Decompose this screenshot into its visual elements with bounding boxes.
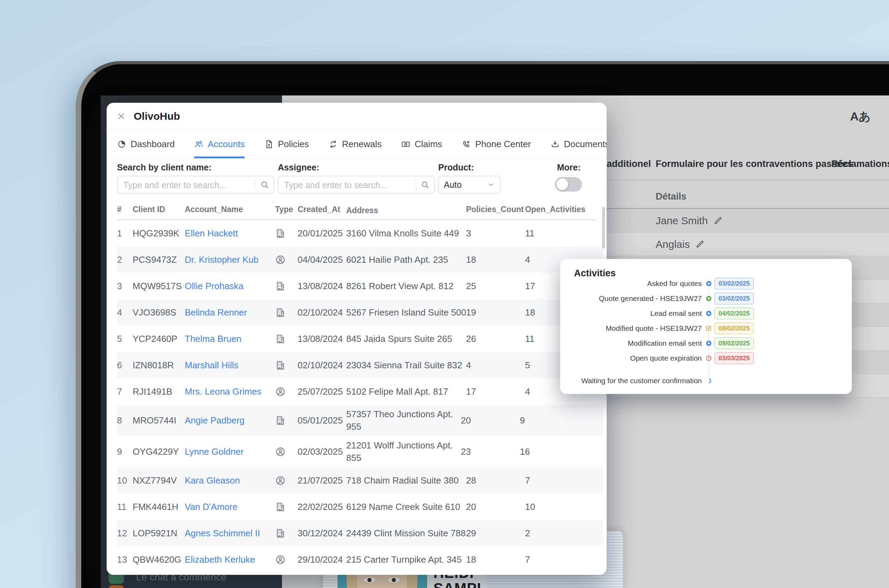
address: 3160 Vilma Knolls Suite 449: [346, 227, 466, 240]
policies-count: 18: [466, 254, 525, 265]
tab-accounts[interactable]: Accounts: [194, 130, 245, 158]
account-name-link[interactable]: Kara Gleason: [185, 475, 240, 486]
tab-renewals[interactable]: Renewals: [329, 130, 381, 158]
table-row: 4VJO3698SBelinda Renner02/10/20245267 Fr…: [117, 299, 603, 326]
activity-label: Waiting for the customer confirmation: [581, 376, 702, 385]
column-header: Client ID: [133, 205, 185, 216]
table-row: 10NXZ7794VKara Gleason21/07/2025718 Chai…: [117, 467, 603, 494]
address: 215 Carter Turnpike Apt. 345: [346, 553, 466, 566]
product-select[interactable]: Auto: [438, 176, 501, 194]
bg-tab-formulaire[interactable]: Formulaire pour les contraventions passé…: [656, 159, 853, 170]
created-date: 25/07/2025: [297, 386, 346, 397]
activity-date-badge: 09/02/2025: [714, 338, 754, 350]
chevron-down-icon: [487, 180, 495, 189]
created-date: 02/10/2024: [297, 360, 346, 371]
documents-icon: [550, 140, 560, 149]
chat-avatar-orange[interactable]: [109, 585, 124, 588]
product-label: Product:: [438, 162, 474, 172]
account-name-link[interactable]: Ellen Hackett: [185, 228, 238, 238]
building-icon: [275, 228, 286, 239]
close-icon[interactable]: [116, 111, 126, 121]
arc-icon: [705, 377, 712, 384]
created-date: 30/12/2024: [297, 528, 346, 539]
table-row: 13QBW4620GElizabeth Kerluke29/10/2024215…: [117, 546, 603, 573]
table-row: 9OYG4229YLynne Goldner02/03/202521201 Wo…: [117, 436, 603, 467]
address: 57357 Theo Junctions Apt. 955: [346, 408, 461, 433]
created-date: 29/10/2024: [297, 554, 346, 565]
more-toggle[interactable]: [555, 177, 582, 192]
account-name-link[interactable]: Marshall Hills: [185, 360, 239, 370]
account-name-link[interactable]: Ollie Prohaska: [185, 281, 243, 291]
building-icon: [275, 307, 286, 318]
activity-date-badge: 04/02/2025: [714, 308, 754, 320]
created-date: 22/02/2025: [297, 502, 346, 512]
more-label: More:: [557, 162, 581, 172]
tab-label: Phone Center: [475, 139, 531, 150]
building-icon: [275, 334, 286, 344]
account-name-link[interactable]: Agnes Schimmel II: [185, 528, 260, 538]
bg-tab-additionel[interactable]: additionel: [607, 159, 651, 170]
pencil-icon[interactable]: [713, 216, 723, 225]
address: 6129 Name Creek Suite 610: [346, 501, 466, 513]
table-row: 11FMK4461HVan D'Amore22/02/20256129 Name…: [117, 494, 603, 520]
column-header: Open_Activities: [525, 205, 586, 216]
tab-claims[interactable]: Claims: [401, 130, 442, 158]
activity-item: Quote generated - HSE19JW2703/02/2025: [560, 292, 852, 305]
account-name-link[interactable]: Belinda Renner: [185, 307, 247, 318]
created-date: 13/08/2024: [297, 281, 346, 292]
row-index: 3: [117, 281, 133, 292]
tab-dashboard[interactable]: Dashboard: [117, 130, 175, 158]
policies-count: 4: [466, 360, 525, 371]
tab-phone-center[interactable]: Phone Center: [461, 130, 531, 158]
tab-documents[interactable]: Documents: [550, 130, 607, 158]
assignee-search-input[interactable]: [283, 176, 416, 194]
building-icon: [275, 360, 286, 371]
activities-panel: Activities Asked for quotes03/02/2025Quo…: [560, 259, 852, 394]
ring-icon: [705, 295, 712, 302]
clock-icon: [705, 355, 712, 362]
account-name-link[interactable]: Thelma Bruen: [185, 334, 241, 344]
row-index: 8: [117, 415, 133, 426]
account-name-link[interactable]: Dr. Kristopher Kub: [185, 254, 258, 265]
activity-label: Lead email sent: [650, 309, 702, 318]
row-index: 5: [117, 334, 133, 344]
policies-count: 29: [466, 528, 525, 539]
table-row: 7RJI1491BMrs. Leona Grimes25/07/20255102…: [117, 378, 603, 405]
activity-item: Asked for quotes03/02/2025: [560, 278, 852, 290]
tab-policies[interactable]: Policies: [264, 130, 309, 158]
client-id: HQG2939K: [133, 228, 185, 239]
account-name-link[interactable]: Elizabeth Kerluke: [185, 554, 255, 565]
pencil-icon[interactable]: [695, 240, 704, 249]
chat-entry[interactable]: Test Tech 12 décembre 2024: [136, 586, 299, 588]
client-search-input[interactable]: [123, 176, 255, 194]
activity-date-badge: 03/03/2025: [714, 352, 754, 364]
activity-item: Lead email sent04/02/2025: [560, 307, 852, 320]
building-icon: [275, 502, 286, 512]
scrollbar-thumb[interactable]: [602, 207, 605, 249]
bg-tab-reclamations[interactable]: Réclamations pa: [831, 159, 889, 170]
created-date: 05/01/2025: [297, 415, 346, 426]
account-name-link[interactable]: Lynne Goldner: [185, 446, 244, 457]
column-header: #: [117, 205, 133, 216]
open-activities-count: 7: [525, 475, 586, 486]
divider: [416, 180, 416, 190]
client-id: FMK4461H: [133, 502, 185, 512]
column-header: Type: [275, 205, 297, 216]
client-search-field: [117, 176, 274, 194]
accounts-table: 1HQG2939KEllen Hackett20/01/20253160 Vil…: [117, 220, 603, 573]
dashboard-icon: [117, 140, 126, 149]
client-id: MQW9517S: [133, 281, 185, 292]
modal-title: OlivoHub: [134, 110, 180, 122]
search-icon[interactable]: [420, 180, 429, 189]
account-name-link[interactable]: Van D'Amore: [185, 502, 237, 512]
divider: [107, 158, 607, 159]
assignee-search-field: [278, 176, 435, 194]
client-id: OYG4229Y: [133, 446, 185, 457]
translate-button[interactable]: Aあ: [850, 109, 871, 124]
activity-label: Modification email sent: [628, 339, 702, 348]
account-name-link[interactable]: Mrs. Leona Grimes: [185, 386, 261, 397]
bg-details-heading: Détails: [656, 191, 686, 202]
tab-label: Renewals: [342, 139, 381, 150]
search-icon[interactable]: [260, 180, 269, 189]
account-name-link[interactable]: Angie Padberg: [185, 415, 245, 426]
